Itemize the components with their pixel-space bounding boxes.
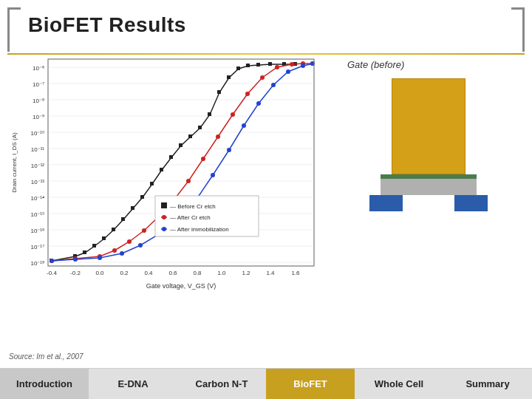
svg-text:1.2: 1.2 bbox=[242, 270, 250, 276]
diagram-area: Gate (before) bbox=[332, 55, 525, 366]
svg-rect-51 bbox=[169, 155, 173, 159]
svg-text:0.4: 0.4 bbox=[144, 270, 153, 276]
svg-point-94 bbox=[271, 83, 276, 87]
svg-rect-44 bbox=[102, 236, 106, 240]
svg-text:10⁻⁸: 10⁻⁸ bbox=[33, 98, 44, 104]
svg-rect-54 bbox=[198, 126, 202, 129]
svg-point-105 bbox=[162, 227, 166, 231]
nav-item-summary[interactable]: Summary bbox=[443, 368, 532, 399]
svg-rect-48 bbox=[140, 195, 144, 199]
svg-text:10⁻¹⁴: 10⁻¹⁴ bbox=[30, 195, 44, 202]
svg-text:10⁻⁷: 10⁻⁷ bbox=[33, 81, 44, 88]
svg-point-86 bbox=[138, 243, 143, 248]
insulator-block bbox=[381, 179, 477, 195]
svg-rect-46 bbox=[121, 217, 125, 221]
nav-item-introduction[interactable]: Introduction bbox=[0, 368, 89, 399]
svg-point-73 bbox=[201, 157, 205, 161]
svg-point-69 bbox=[142, 228, 146, 233]
svg-text:10⁻⁶: 10⁻⁶ bbox=[33, 65, 44, 72]
svg-point-102 bbox=[162, 215, 166, 219]
nav-item-biofet[interactable]: BioFET bbox=[266, 368, 355, 399]
svg-rect-43 bbox=[92, 244, 96, 248]
gate-block bbox=[392, 78, 466, 174]
svg-text:10⁻¹¹: 10⁻¹¹ bbox=[31, 146, 45, 153]
svg-point-92 bbox=[242, 123, 246, 128]
svg-text:-0.2: -0.2 bbox=[70, 270, 81, 276]
gate-label: Gate (before) bbox=[347, 59, 404, 70]
svg-text:10⁻⁹: 10⁻⁹ bbox=[33, 114, 44, 120]
svg-text:1.6: 1.6 bbox=[291, 270, 300, 276]
svg-rect-99 bbox=[161, 202, 167, 208]
svg-text:— After immobilization: — After immobilization bbox=[170, 226, 229, 233]
svg-rect-58 bbox=[236, 66, 240, 70]
bracket-right bbox=[511, 7, 525, 52]
svg-point-93 bbox=[256, 101, 261, 106]
svg-text:10⁻¹²: 10⁻¹² bbox=[31, 163, 45, 169]
svg-text:0.0: 0.0 bbox=[95, 270, 104, 276]
svg-text:10⁻¹⁵: 10⁻¹⁵ bbox=[30, 211, 44, 218]
nav-item-whole-cell[interactable]: Whole Cell bbox=[355, 368, 443, 399]
svg-text:1.0: 1.0 bbox=[217, 270, 226, 276]
svg-text:-0.4: -0.4 bbox=[47, 270, 57, 276]
svg-point-95 bbox=[286, 69, 290, 74]
svg-point-91 bbox=[227, 148, 231, 152]
svg-point-77 bbox=[260, 75, 265, 80]
svg-rect-53 bbox=[188, 134, 192, 138]
bracket-left bbox=[7, 7, 21, 52]
main-content: 10⁻⁶ 10⁻⁷ 10⁻⁸ 10⁻⁹ 10⁻¹⁰ 10⁻¹¹ 10⁻¹² 10… bbox=[7, 55, 525, 366]
svg-rect-47 bbox=[131, 206, 134, 210]
svg-text:10⁻¹⁰: 10⁻¹⁰ bbox=[30, 130, 44, 137]
svg-rect-45 bbox=[112, 228, 115, 231]
svg-text:0.2: 0.2 bbox=[120, 270, 129, 276]
svg-text:10⁻¹³: 10⁻¹³ bbox=[31, 179, 45, 185]
nav-bar: Introduction E-DNA Carbon N-T BioFET Who… bbox=[0, 368, 532, 399]
svg-point-76 bbox=[245, 92, 250, 96]
svg-point-90 bbox=[211, 173, 215, 177]
svg-rect-61 bbox=[268, 62, 272, 66]
source-block bbox=[369, 195, 403, 211]
citation: Source: Im et al., 2007 bbox=[9, 352, 83, 361]
svg-rect-59 bbox=[246, 64, 250, 67]
svg-rect-56 bbox=[217, 90, 221, 94]
svg-rect-52 bbox=[179, 143, 183, 147]
svg-text:10⁻¹⁸: 10⁻¹⁸ bbox=[30, 260, 44, 267]
svg-rect-49 bbox=[150, 182, 154, 185]
gold-divider bbox=[7, 53, 525, 55]
drain-block bbox=[454, 195, 488, 211]
fet-diagram bbox=[369, 78, 488, 226]
svg-point-78 bbox=[275, 65, 279, 69]
svg-text:0.6: 0.6 bbox=[168, 270, 177, 276]
svg-point-74 bbox=[216, 134, 220, 139]
graph-area: 10⁻⁶ 10⁻⁷ 10⁻⁸ 10⁻⁹ 10⁻¹⁰ 10⁻¹¹ 10⁻¹² 10… bbox=[7, 55, 325, 366]
svg-text:Gate voltage, V_GS (V): Gate voltage, V_GS (V) bbox=[146, 282, 216, 290]
svg-text:10⁻¹⁶: 10⁻¹⁶ bbox=[30, 228, 44, 234]
svg-rect-57 bbox=[227, 75, 231, 79]
svg-rect-55 bbox=[208, 112, 211, 116]
nav-item-edna[interactable]: E-DNA bbox=[89, 368, 177, 399]
svg-rect-60 bbox=[256, 63, 260, 66]
svg-text:1.4: 1.4 bbox=[266, 270, 275, 276]
svg-point-72 bbox=[186, 179, 191, 183]
biofet-graph: 10⁻⁶ 10⁻⁷ 10⁻⁸ 10⁻⁹ 10⁻¹⁰ 10⁻¹¹ 10⁻¹² 10… bbox=[7, 55, 325, 307]
svg-point-84 bbox=[98, 256, 102, 260]
svg-text:0.8: 0.8 bbox=[193, 270, 202, 276]
svg-text:— After Cr etch: — After Cr etch bbox=[170, 214, 211, 221]
nav-item-carbon-nt[interactable]: Carbon N-T bbox=[177, 368, 266, 399]
svg-rect-42 bbox=[83, 250, 86, 254]
svg-text:— Before Cr etch: — Before Cr etch bbox=[170, 203, 216, 210]
svg-point-83 bbox=[73, 257, 78, 262]
svg-point-85 bbox=[120, 251, 124, 256]
svg-point-68 bbox=[127, 239, 132, 244]
page-title: BioFET Results bbox=[28, 13, 186, 37]
svg-rect-50 bbox=[160, 168, 163, 171]
svg-point-67 bbox=[112, 248, 117, 253]
svg-point-79 bbox=[290, 62, 294, 66]
svg-point-82 bbox=[50, 259, 54, 263]
svg-text:10⁻¹⁷: 10⁻¹⁷ bbox=[30, 244, 44, 250]
svg-point-75 bbox=[231, 112, 235, 117]
svg-text:Drain current, I_DS (A): Drain current, I_DS (A) bbox=[11, 132, 18, 193]
svg-point-96 bbox=[301, 64, 305, 68]
